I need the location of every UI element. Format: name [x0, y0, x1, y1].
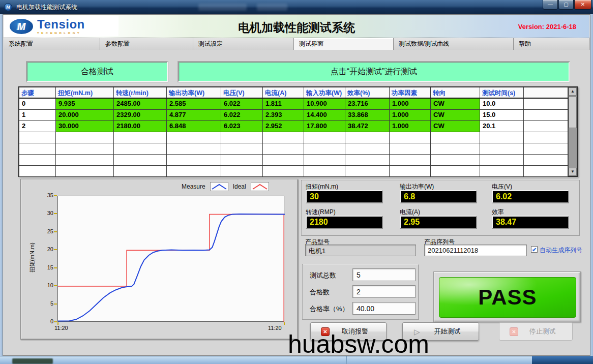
readout-panel: 扭矩(mN.m)30输出功率(W)6.8电压(V)6.02转速(RMP)2180…: [301, 180, 580, 236]
torque-chart-panel: Measure Ideal 扭矩(mN.m) 0510152025303511:…: [20, 179, 298, 340]
table-cell-empty: [263, 155, 304, 166]
table-cell: 6.022: [221, 110, 263, 121]
checkmark-icon: ✔: [532, 247, 537, 253]
tab-test-data-curves[interactable]: 测试数据/测试曲线: [394, 38, 514, 50]
pass-indicator-lamp: PASS: [439, 277, 576, 318]
table-cell-empty: [114, 143, 167, 155]
page-title: 电机加载性能测试系统: [238, 20, 355, 36]
product-model-field[interactable]: 电机1: [305, 245, 416, 256]
table-cell: 23.716: [345, 99, 390, 110]
table-cell: 14.400: [304, 110, 345, 121]
y-tick-label: 25: [40, 228, 53, 234]
stop-icon: ✕: [510, 327, 518, 336]
version-label: Version:: [518, 23, 544, 31]
version-value: 2021-6-18: [546, 23, 576, 31]
tab-parameter-config[interactable]: 参数配置: [100, 38, 193, 50]
title-bar: M 电机加载性能测试系统 — ▢ ✕: [0, 0, 593, 14]
tab-help[interactable]: 帮助: [514, 38, 589, 50]
auto-serial-checkbox[interactable]: ✔: [531, 246, 538, 253]
readout-lcd: 38.47: [492, 216, 569, 229]
table-cell: 2180.00: [114, 121, 167, 132]
table-cell-empty: [221, 132, 263, 143]
table-cell-empty: [390, 166, 431, 177]
table-scrollbar[interactable]: ▲ ▼: [568, 87, 577, 176]
scroll-down-icon[interactable]: ▼: [569, 168, 577, 176]
auto-serial-label: 自动生成序列号: [540, 246, 582, 255]
table-cell-empty: [304, 155, 345, 166]
legend-measure-label: Measure: [182, 183, 205, 190]
table-cell: 9.935: [56, 99, 114, 110]
table-cell-empty: [221, 143, 263, 155]
table-cell: 2.393: [263, 110, 304, 121]
table-cell-empty: [480, 166, 524, 177]
brand-subtitle: TECHNOLOGY: [37, 32, 85, 35]
table-cell-empty: [114, 166, 167, 177]
stat-label: 合格率（%）: [310, 305, 349, 314]
y-tick-icon: [54, 285, 57, 286]
tab-test-setting[interactable]: 测试设定: [193, 38, 294, 50]
chart-legend: Measure Ideal: [182, 182, 269, 191]
table-cell: 1.000: [390, 99, 431, 110]
application-window: M 电机加载性能测试系统 — ▢ ✕ M Tension TECHNOLOGY …: [0, 0, 593, 364]
stat-field: 5: [352, 268, 416, 281]
table-cell: 6.022: [221, 99, 263, 110]
readout-lcd: 30: [306, 190, 383, 203]
table-cell: 30.000: [56, 121, 114, 132]
measure-line: [58, 214, 285, 321]
y-tick-label: 20: [40, 246, 53, 252]
maximize-button[interactable]: ▢: [558, 0, 574, 10]
table-cell-empty: [524, 132, 568, 143]
window-frame-right: [590, 14, 593, 356]
scroll-track[interactable]: [569, 96, 577, 168]
tab-test-interface[interactable]: 测试界面: [294, 38, 394, 50]
table-cell-empty: [167, 143, 221, 155]
table-cell-empty: [114, 132, 167, 143]
table-cell: 0: [19, 99, 56, 110]
table-header-cell: 效率(%): [345, 87, 390, 99]
table-cell-empty: [19, 166, 56, 177]
table-cell: 2485.00: [114, 99, 167, 110]
table-cell: 1.000: [390, 110, 431, 121]
start-hint-banner: 点击“开始测试”进行测试: [178, 62, 570, 82]
table-cell: 6.023: [221, 121, 263, 132]
version-text: Version: 2021-6-18: [518, 23, 576, 31]
table-cell-empty: [390, 132, 431, 143]
table-cell: 20.000: [56, 110, 114, 121]
y-tick-label: 5: [40, 300, 53, 307]
y-tick-label: 10: [40, 282, 53, 288]
table-cell: 33.868: [345, 110, 390, 121]
y-tick-icon: [54, 213, 57, 214]
readout-lcd: 6.8: [400, 190, 477, 203]
y-tick-icon: [54, 304, 57, 305]
table-cell: CW: [431, 121, 480, 132]
y-tick-label: 30: [40, 210, 53, 216]
close-button[interactable]: ✕: [574, 0, 591, 10]
app-header: M Tension TECHNOLOGY 电机加载性能测试系统 Version:…: [4, 15, 589, 38]
pass-label: PASS: [478, 285, 537, 310]
table-cell-empty: [524, 155, 568, 166]
serial-field[interactable]: 20210621112018: [424, 245, 527, 256]
table-cell: CW: [431, 110, 480, 121]
table-header-cell: [524, 87, 568, 99]
window-title: 电机加载性能测试系统: [16, 3, 77, 12]
scroll-thumb[interactable]: [569, 97, 577, 128]
taskbar-item-blur: [12, 358, 53, 364]
table-cell-empty: [480, 132, 524, 143]
stat-label: 合格数: [310, 288, 330, 297]
table-cell-empty: [221, 166, 263, 177]
table-cell: 15.0: [480, 110, 524, 121]
ideal-swatch-icon: [251, 182, 269, 191]
minimize-button[interactable]: —: [543, 0, 558, 10]
table-cell-empty: [56, 155, 114, 166]
table-cell-empty: [167, 132, 221, 143]
table-cell-empty: [345, 155, 390, 166]
scroll-up-icon[interactable]: ▲: [569, 87, 577, 96]
table-cell: 2.585: [167, 99, 221, 110]
qualified-test-banner: 合格测试: [26, 62, 168, 82]
table-cell-empty: [56, 166, 114, 177]
table-header-cell: 输入功率(W): [304, 87, 345, 99]
table-cell-empty: [19, 143, 56, 155]
table-cell-empty: [480, 155, 524, 166]
measure-swatch-icon: [210, 182, 228, 191]
tab-system-config[interactable]: 系统配置: [4, 38, 100, 50]
